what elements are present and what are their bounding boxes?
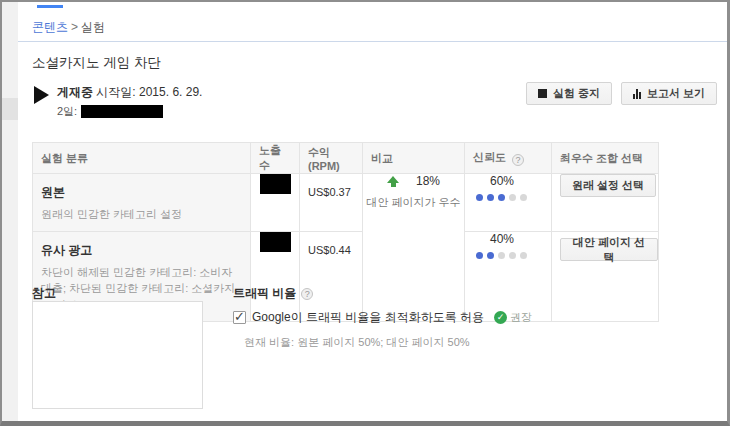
confidence-dot [498, 194, 505, 201]
header-best-combo: 최우수 조합 선택 [552, 143, 659, 174]
header-variant: 실험 분류 [33, 143, 251, 174]
rpm-cell: US$0.37 [300, 174, 363, 232]
status-duration-line: 2일: [57, 104, 202, 119]
confidence-dot [520, 252, 527, 259]
current-ratio-note: 현재 비율: 원본 페이지 50%; 대안 페이지 50% [244, 335, 532, 350]
check-circle-icon: ✓ [494, 311, 507, 324]
traffic-ratio-label: 트래픽 비율 [233, 285, 296, 302]
breadcrumb-separator: > [71, 20, 78, 34]
page-title: 소셜카지노 게임 차단 [32, 54, 161, 72]
confidence-value: 40% [476, 232, 528, 246]
confidence-dot [509, 194, 516, 201]
redacted-value [260, 174, 291, 194]
recommended-label: 권장 [510, 310, 532, 325]
traffic-ratio-section: 트래픽 비율 ? Google이 트래픽 비율을 최적화하도록 허용 ✓ 권장 … [233, 285, 532, 350]
stop-experiment-button[interactable]: 실험 중지 [526, 82, 612, 105]
confidence-dot [487, 252, 494, 259]
optimize-traffic-checkbox[interactable] [233, 311, 246, 324]
header-confidence: 신뢰도 ? [465, 143, 552, 174]
status-start-date: 시작일: 2015. 6. 29. [96, 85, 202, 99]
confidence-dot [498, 252, 505, 259]
stop-icon [538, 89, 547, 98]
notes-label: 참고 [32, 285, 56, 302]
confidence-value: 60% [476, 174, 528, 188]
variant-name: 유사 광고 [41, 242, 242, 259]
header-rpm: 수익(RPM) [300, 143, 363, 174]
confidence-dot [476, 252, 483, 259]
redacted-value [260, 232, 291, 252]
confidence-dots [476, 252, 528, 259]
table-header-row: 실험 분류 노출수 수익(RPM) 비교 신뢰도 ? 최우수 조합 선택 [33, 143, 659, 174]
confidence-dot [509, 252, 516, 259]
breadcrumb-divider [18, 41, 727, 42]
choose-original-button[interactable]: 원래 설정 선택 [560, 174, 656, 197]
left-gutter [2, 2, 18, 421]
best-combo-cell: 대안 페이지 선택 [552, 231, 659, 322]
comparison-note: 대안 페이지가 우수 [366, 195, 460, 210]
variant-cell-original: 원본 원래의 민감한 카테고리 설정 [33, 174, 251, 232]
up-arrow-icon [387, 176, 400, 187]
breadcrumb: 콘텐츠>실험 [32, 19, 105, 36]
help-icon[interactable]: ? [512, 154, 524, 166]
optimize-traffic-label: Google이 트래픽 비율을 최적화하도록 허용 [252, 309, 484, 326]
comparison-value: 18% [416, 174, 440, 188]
header-impressions: 노출수 [251, 143, 300, 174]
recommended-badge: ✓ 권장 [494, 310, 532, 325]
bar-chart-icon [633, 89, 641, 99]
impressions-cell [251, 174, 300, 232]
status-duration-label: 2일: [57, 104, 77, 119]
variant-description: 원래의 민감한 카테고리 설정 [41, 206, 242, 223]
experiment-status: 게재중 시작일: 2015. 6. 29. 2일: [34, 84, 202, 119]
confidence-cell: 60% [465, 174, 552, 232]
play-icon [34, 86, 49, 104]
view-report-button[interactable]: 보고서 보기 [621, 82, 717, 105]
confidence-dot [487, 194, 494, 201]
breadcrumb-current: 실험 [81, 20, 105, 34]
status-state: 게재중 [57, 85, 93, 99]
breadcrumb-link-content[interactable]: 콘텐츠 [32, 20, 68, 34]
toolbar: 실험 중지 보고서 보기 [526, 82, 717, 105]
notes-textarea[interactable] [32, 301, 203, 409]
header-comparison: 비교 [363, 143, 465, 174]
stop-button-label: 실험 중지 [553, 86, 600, 101]
variant-name: 원본 [41, 184, 242, 201]
help-icon[interactable]: ? [301, 288, 313, 300]
status-line: 게재중 시작일: 2015. 6. 29. [57, 84, 202, 101]
experiment-page: 콘텐츠>실험 소셜카지노 게임 차단 게재중 시작일: 2015. 6. 29.… [0, 0, 730, 426]
scrollbar-thumb[interactable] [2, 98, 18, 120]
choose-variation-button[interactable]: 대안 페이지 선택 [560, 238, 658, 261]
confidence-dots [476, 194, 528, 201]
table-row: 원본 원래의 민감한 카테고리 설정 US$0.37 18% 대안 페이지가 우… [33, 174, 659, 232]
redacted-value [81, 105, 163, 118]
confidence-dot [476, 194, 483, 201]
confidence-dot [520, 194, 527, 201]
active-tab-indicator [37, 5, 63, 8]
report-button-label: 보고서 보기 [647, 86, 705, 101]
best-combo-cell: 원래 설정 선택 [552, 174, 659, 232]
